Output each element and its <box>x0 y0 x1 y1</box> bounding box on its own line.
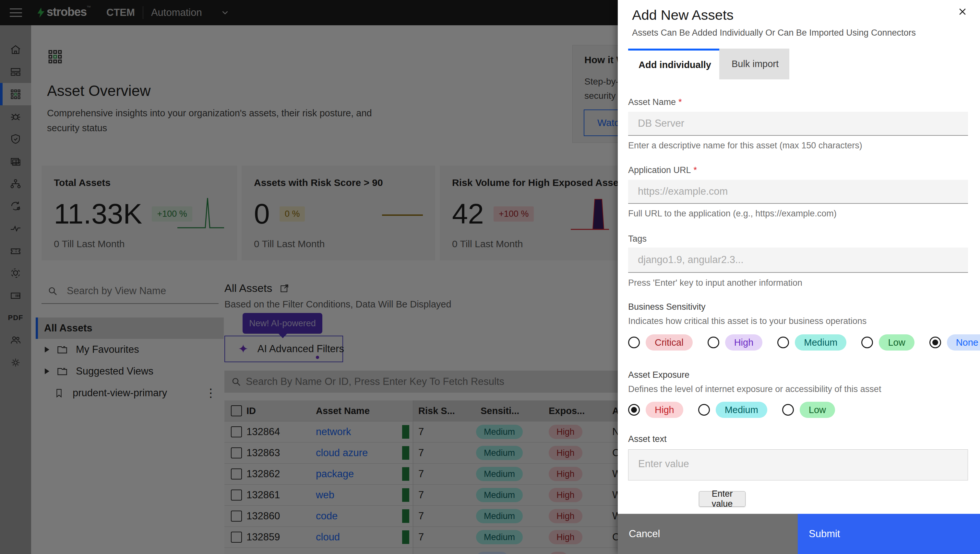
radio-icon[interactable] <box>628 337 640 348</box>
application-url-input[interactable]: https://example.com <box>628 180 968 204</box>
asset-text-placeholder: Enter value <box>638 458 689 470</box>
business-sensitivity-helper: Indicates how critical this asset is to … <box>628 316 867 326</box>
required-asterisk: * <box>678 97 682 107</box>
app-screen: strobes ™ CTEM Automation PDF Asset Ov <box>0 0 980 554</box>
radio-option-high[interactable]: High <box>708 334 763 350</box>
asset-name-helper: Enter a descriptive name for this asset … <box>628 141 862 151</box>
radio-option-low[interactable]: Low <box>861 334 914 350</box>
tags-placeholder: django1.9, angular2.3... <box>638 254 744 266</box>
asset-exposure-label: Asset Exposure <box>628 370 690 380</box>
panel-title: Add New Assets <box>632 7 734 23</box>
tags-helper: Press 'Enter' key to input another infor… <box>628 278 802 288</box>
radio-pill-label: Low <box>800 402 835 418</box>
radio-option-high[interactable]: High <box>628 402 683 418</box>
application-url-helper: Full URL to the application (e.g., https… <box>628 209 837 219</box>
business-sensitivity-label: Business Sensitivity <box>628 302 705 312</box>
radio-icon[interactable] <box>698 404 710 416</box>
asset-name-label: Asset Name* <box>628 97 682 107</box>
application-url-label-text: Application URL <box>628 165 691 175</box>
radio-pill-label: None <box>947 334 980 350</box>
radio-option-low[interactable]: Low <box>782 402 835 418</box>
asset-exposure-helper: Defines the level of internet exposure o… <box>628 384 881 394</box>
add-new-assets-panel: Add New Assets Assets Can Be Added Indiv… <box>618 0 980 554</box>
radio-icon-selected[interactable] <box>628 404 640 416</box>
tab-add-individually[interactable]: Add individually <box>628 49 719 80</box>
tags-input[interactable]: django1.9, angular2.3... <box>628 248 968 273</box>
asset-exposure-radio-group: High Medium Low <box>628 402 835 418</box>
radio-option-medium[interactable]: Medium <box>777 334 846 350</box>
panel-footer: Cancel Submit <box>618 514 980 554</box>
application-url-label: Application URL* <box>628 165 697 175</box>
asset-name-placeholder: DB Server <box>638 118 684 129</box>
radio-icon[interactable] <box>861 337 873 348</box>
radio-pill-label: Medium <box>795 334 846 350</box>
business-sensitivity-radio-group: Critical High Medium Low None <box>628 334 980 350</box>
radio-option-none[interactable]: None <box>929 334 980 350</box>
panel-subtitle: Assets Can Be Added Individually Or Can … <box>632 28 916 38</box>
panel-tabs: Add individually Bulk import <box>628 49 789 80</box>
required-asterisk: * <box>694 165 697 175</box>
asset-name-label-text: Asset Name <box>628 97 676 107</box>
radio-pill-label: Low <box>879 334 914 350</box>
tab-bulk-import[interactable]: Bulk import <box>719 49 789 80</box>
asset-text-textarea[interactable]: Enter value <box>628 449 968 481</box>
enter-value-button[interactable]: Enter value <box>699 491 745 507</box>
asset-text-label: Asset text <box>628 434 667 444</box>
cancel-button[interactable]: Cancel <box>618 514 798 554</box>
radio-pill-label: Critical <box>646 334 693 350</box>
radio-option-medium[interactable]: Medium <box>698 402 767 418</box>
radio-pill-label: High <box>646 402 683 418</box>
radio-option-critical[interactable]: Critical <box>628 334 693 350</box>
radio-icon-selected[interactable] <box>929 337 941 348</box>
tags-label: Tags <box>628 234 646 244</box>
asset-name-input[interactable]: DB Server <box>628 112 968 136</box>
radio-icon[interactable] <box>782 404 794 416</box>
radio-icon[interactable] <box>777 337 789 348</box>
close-icon[interactable] <box>955 4 970 19</box>
radio-pill-label: Medium <box>716 402 767 418</box>
radio-icon[interactable] <box>708 337 719 348</box>
radio-pill-label: High <box>725 334 763 350</box>
application-url-placeholder: https://example.com <box>638 186 728 197</box>
submit-button[interactable]: Submit <box>798 514 980 554</box>
